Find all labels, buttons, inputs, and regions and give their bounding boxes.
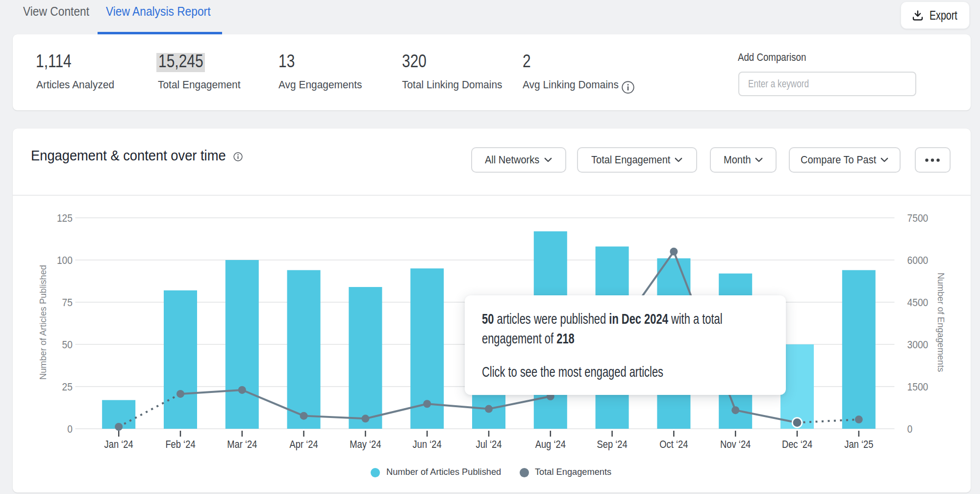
x-axis-label: Dec ‘24 xyxy=(781,438,812,450)
info-icon[interactable] xyxy=(622,81,634,96)
y-right-axis-title: Number of Engagements xyxy=(935,273,946,372)
stat-value-avg-linking-domains: 2 xyxy=(523,52,533,70)
bar-jan-25[interactable] xyxy=(842,270,875,429)
x-axis-label: Apr ‘24 xyxy=(289,438,318,450)
stat-label-articles-analyzed: Articles Analyzed xyxy=(36,79,119,90)
y-left-tick-label: 50 xyxy=(62,338,72,350)
chevron-down-icon xyxy=(544,157,552,162)
ellipsis-icon xyxy=(925,158,940,162)
add-comparison-label: Add Comparison xyxy=(738,52,818,63)
download-icon xyxy=(912,9,923,21)
y-right-tick-label: 4500 xyxy=(907,296,928,308)
bar-mar-24[interactable] xyxy=(225,260,258,429)
keyword-input[interactable]: Enter a keyword xyxy=(738,72,916,96)
chevron-down-icon xyxy=(755,157,763,162)
stat-label-total-engagement: Total Engagement xyxy=(158,79,245,90)
stat-label-total-linking-domains: Total Linking Domains xyxy=(402,79,507,90)
tooltip-text: 50 articles were published in Dec 2024 w… xyxy=(482,309,769,348)
stat-value-total-engagement: 15,245 xyxy=(158,52,214,70)
engagement-point[interactable] xyxy=(300,412,307,420)
y-left-tick-label: 0 xyxy=(67,423,73,435)
x-axis-label: Oct ‘24 xyxy=(659,438,688,450)
bar-apr-24[interactable] xyxy=(287,270,320,429)
engagement-point[interactable] xyxy=(731,406,739,414)
engagement-point-active[interactable] xyxy=(792,418,802,428)
y-left-tick-label: 25 xyxy=(62,381,72,392)
x-axis-label: Mar ‘24 xyxy=(227,438,257,450)
x-axis-label: Sep ‘24 xyxy=(597,438,627,450)
x-axis-label: Feb ‘24 xyxy=(165,438,195,450)
tab-view-analysis-report[interactable]: View Analysis Report xyxy=(106,5,226,18)
stat-value-avg-engagements: 13 xyxy=(278,52,299,70)
y-left-tick-label: 125 xyxy=(56,212,72,224)
chevron-down-icon xyxy=(675,157,682,162)
y-right-tick-label: 6000 xyxy=(907,254,928,266)
x-axis-label: Aug ‘24 xyxy=(535,438,565,450)
stat-value-articles-analyzed: 1,114 xyxy=(36,52,80,70)
stat-label-avg-engagements: Avg Engagements xyxy=(278,79,366,90)
keyword-input-placeholder: Enter a keyword xyxy=(748,78,809,90)
engagement-point[interactable] xyxy=(485,405,493,413)
filter-period-dropdown[interactable]: Month xyxy=(710,147,777,173)
x-axis-label: Jun ‘24 xyxy=(412,438,441,450)
engagement-point[interactable] xyxy=(115,423,123,431)
engagement-point[interactable] xyxy=(423,400,431,408)
export-button[interactable]: Export xyxy=(901,1,970,29)
y-right-tick-label: 1500 xyxy=(907,381,928,392)
active-tab-underline xyxy=(98,32,222,34)
filter-metric-dropdown[interactable]: Total Engagement xyxy=(577,147,698,173)
y-right-tick-label: 3000 xyxy=(907,338,928,350)
y-right-tick-label: 7500 xyxy=(907,212,928,224)
filter-compare-dropdown[interactable]: Compare To Past xyxy=(789,147,901,173)
more-options-button[interactable] xyxy=(915,147,951,173)
y-left-tick-label: 75 xyxy=(62,296,72,308)
legend-dot-articles xyxy=(371,468,380,477)
legend-label-articles: Number of Articles Published xyxy=(386,467,506,476)
y-right-tick-label: 0 xyxy=(907,423,912,435)
bar-may-24[interactable] xyxy=(349,287,382,429)
x-axis-label: Jan ‘25 xyxy=(844,438,873,450)
y-left-tick-label: 100 xyxy=(56,254,72,266)
legend-dot-engagements xyxy=(520,468,529,477)
x-axis-label: Jul ‘24 xyxy=(476,438,502,450)
stat-value-total-linking-domains: 320 xyxy=(402,52,432,70)
engagement-point[interactable] xyxy=(854,416,862,423)
chart-tooltip[interactable]: 50 articles were published in Dec 2024 w… xyxy=(465,295,786,395)
chart-title: Engagement & content over time xyxy=(31,148,245,163)
engagement-point[interactable] xyxy=(176,390,184,398)
export-label: Export xyxy=(930,8,957,23)
x-axis-label: Jan ‘24 xyxy=(104,438,133,450)
engagement-point[interactable] xyxy=(670,248,678,256)
engagement-point[interactable] xyxy=(238,386,246,394)
stat-label-avg-linking-domains: Avg Linking Domains xyxy=(523,79,624,90)
x-axis-label: Nov ‘24 xyxy=(720,438,751,450)
bar-feb-24[interactable] xyxy=(164,290,197,429)
tooltip-cta[interactable]: Click to see the most engaged articles xyxy=(482,362,769,382)
engagement-point[interactable] xyxy=(361,415,369,422)
chevron-down-icon xyxy=(880,157,888,162)
legend-label-engagements: Total Engagements xyxy=(535,467,615,476)
y-left-axis-title: Number of Articles Published xyxy=(37,265,48,380)
tab-view-content[interactable]: View Content xyxy=(23,5,99,18)
filter-networks-dropdown[interactable]: All Networks xyxy=(471,147,566,173)
info-icon[interactable] xyxy=(233,152,243,163)
x-axis-label: May ‘24 xyxy=(350,438,381,450)
